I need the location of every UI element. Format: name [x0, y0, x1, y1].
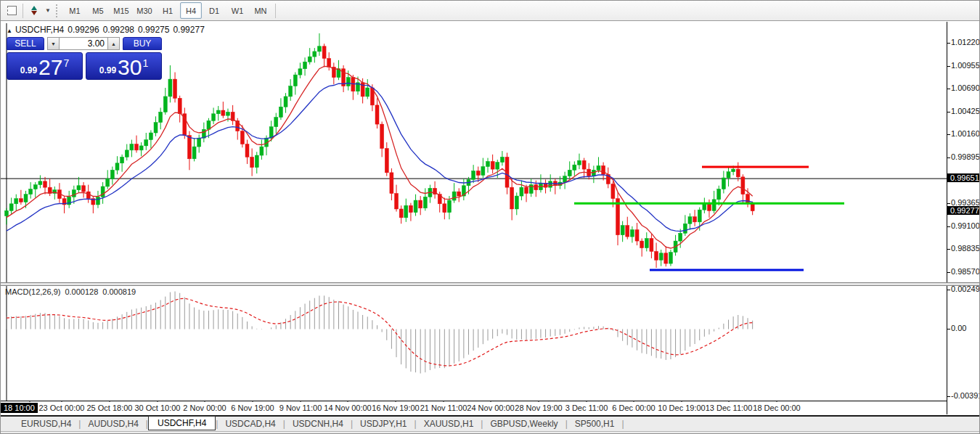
time-tick-label: 25 Oct 18:00	[87, 404, 133, 412]
chart-title: ▲USDCHF,H40.992960.992980.992750.99277	[7, 25, 208, 35]
time-tick-label: 18 Dec 00:00	[753, 404, 800, 412]
price-tick-label: 1.00690	[951, 83, 980, 92]
sell-price-sup: 7	[63, 57, 69, 69]
price-tick-label: 1.00955	[951, 61, 980, 70]
buy-price-base: 0.99	[99, 65, 116, 75]
price-label-highlight: 0.99651	[947, 173, 980, 182]
tick-mark	[947, 226, 950, 227]
macd-signal-value: 0.000819	[102, 287, 136, 296]
price-tick-label: 0.98570	[951, 267, 980, 276]
tab-usdjpy-h1[interactable]: USDJPY,H1	[353, 417, 414, 430]
ohlc-low: 0.99275	[138, 25, 169, 35]
time-tick-label: 21 Nov 11:00	[420, 404, 467, 412]
time-tick-label: 9 Nov 11:00	[279, 404, 322, 412]
time-tick-label: 30 Oct 10:00	[135, 404, 181, 412]
tab-xauusd-h1[interactable]: XAUUSD,H1	[417, 417, 481, 430]
macd-value: 0.000128	[65, 287, 98, 296]
symbol-label: USDCHF,H4	[15, 25, 64, 35]
time-tick-label: 24 Nov 00:00	[467, 404, 514, 412]
time-tick-label: 3 Dec 11:00	[565, 404, 608, 412]
sell-price-big: 27	[38, 57, 62, 78]
tick-mark	[947, 272, 950, 273]
buy-price-big: 30	[118, 57, 142, 78]
time-tick-label: 10 Dec 19:00	[658, 404, 705, 412]
buy-button[interactable]: BUY	[123, 37, 162, 50]
tick-mark	[947, 396, 950, 397]
tick-mark	[947, 203, 950, 204]
price-tick-label: 0.99895	[951, 152, 980, 161]
ohlc-close: 0.99277	[173, 25, 204, 35]
tab-usdcad-h4[interactable]: USDCAD,H4	[218, 417, 282, 430]
time-tick-label: 14 Nov 00:00	[324, 404, 371, 412]
tab-audusd-h4[interactable]: AUDUSD,H4	[81, 417, 145, 430]
sell-price-base: 0.99	[20, 65, 37, 75]
ohlc-open: 0.99296	[68, 25, 99, 35]
tab-sp500-h1[interactable]: SP500,H1	[568, 417, 622, 430]
tick-mark	[947, 112, 950, 112]
buy-quote-button[interactable]: 0.99 30 1	[86, 52, 162, 80]
tab-gbpusd-weekly[interactable]: GBPUSD,Weekly	[483, 417, 565, 430]
time-axis[interactable]: 18 10:00 1823 Oct 00:0025 Oct 18:0030 Oc…	[1, 402, 947, 414]
tab-usdchf-h4[interactable]: USDCHF,H4	[148, 416, 216, 430]
price-label-highlight: 0.99277	[947, 206, 980, 215]
sell-button[interactable]: SELL	[7, 37, 44, 50]
price-axis[interactable]: 1.012201.009551.006901.004251.001600.998…	[947, 22, 980, 414]
time-tick-label: 6 Dec 00:00	[612, 404, 655, 412]
chart-tab-bar: EURUSD,H4|AUDUSD,H4|USDCHF,H4|USDCAD,H4|…	[1, 415, 980, 431]
time-tick-label: 2 Nov 00:00	[183, 404, 226, 412]
time-tick-label: 23 Oct 00:00	[39, 404, 85, 412]
sell-quote-button[interactable]: 0.99 27 7	[7, 52, 83, 80]
price-tick-label: 1.00160	[951, 129, 980, 138]
volume-increase-button[interactable]: ▲	[107, 37, 120, 50]
tick-mark	[947, 134, 950, 135]
price-tick-label: 1.01220	[951, 38, 980, 46]
price-tick-label: 0.98835	[951, 244, 980, 253]
price-tick-label: -0.003913	[951, 391, 980, 400]
ohlc-high: 0.99298	[103, 25, 134, 35]
tick-mark	[947, 249, 950, 250]
time-tick-label: 16 Nov 19:00	[372, 404, 419, 412]
volume-input[interactable]: 3.00	[60, 37, 107, 50]
tab-separator: |	[621, 419, 624, 429]
one-click-trade-panel: SELL ▼ 3.00 ▲ BUY 0.99 27 7 0.99 30 1	[7, 37, 163, 80]
buy-price-sup: 1	[142, 57, 148, 69]
tick-mark	[947, 157, 950, 158]
price-tick-label: 0.99100	[951, 221, 980, 230]
tick-mark	[947, 43, 950, 44]
time-tick-label: 6 Nov 19:00	[231, 404, 274, 412]
tick-mark	[947, 329, 950, 329]
price-tick-label: 0.00	[951, 324, 966, 332]
tick-mark	[947, 66, 950, 67]
tab-usdcnh-h4[interactable]: USDCNH,H4	[285, 417, 351, 430]
tab-eurusd-h4[interactable]: EURUSD,H4	[14, 417, 78, 430]
price-tick-label: 1.00425	[951, 107, 980, 115]
trading-platform-window: ▼ M1M5M15M30H1H4D1W1MN ▲USDCHF,H40.99296…	[0, 0, 980, 434]
volume-decrease-button[interactable]: ▼	[47, 37, 60, 50]
direction-up-icon: ▲	[7, 28, 12, 34]
vline-time-label: 18 10:00	[1, 403, 38, 413]
tick-mark	[947, 290, 950, 290]
panel-splitter[interactable]	[1, 282, 980, 286]
macd-name: MACD(12,26,9)	[5, 287, 60, 296]
time-tick-label: 28 Nov 19:00	[515, 404, 562, 412]
status-bar	[1, 431, 980, 434]
time-tick-label: 13 Dec 11:00	[706, 404, 753, 412]
tick-mark	[947, 89, 950, 89]
macd-indicator-label: MACD(12,26,9)0.0001280.000819	[5, 287, 140, 296]
